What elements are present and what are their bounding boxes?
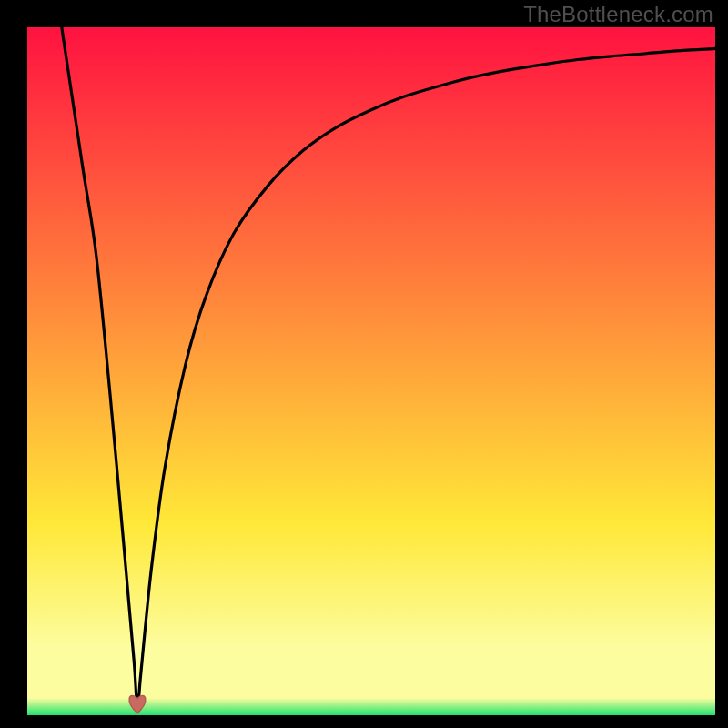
bottleneck-chart — [27, 27, 715, 715]
plot-area — [27, 27, 715, 715]
chart-frame: TheBottleneck.com — [0, 0, 728, 728]
watermark-text: TheBottleneck.com — [523, 2, 713, 27]
